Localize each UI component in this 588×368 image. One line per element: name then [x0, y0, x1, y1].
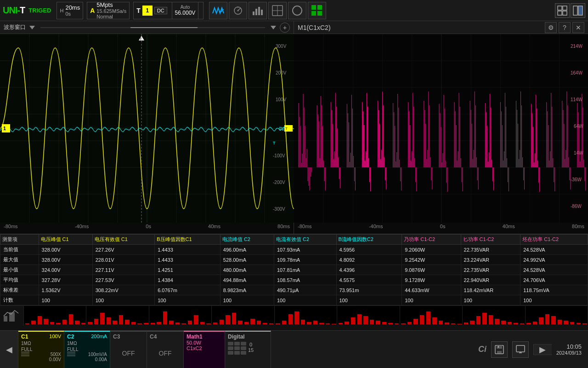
meas-cell-5-3: 100: [220, 295, 274, 305]
time-display: 10:05: [556, 343, 582, 350]
channel-math1-block[interactable]: Math1 50.0W C1xC2: [184, 331, 225, 368]
svg-rect-272: [228, 342, 233, 345]
layout-btn-2[interactable]: [571, 3, 585, 18]
hist-bar-2-7: [194, 315, 198, 324]
fft-icon-btn[interactable]: [249, 2, 267, 19]
hist-bar-0-2: [38, 316, 42, 324]
hist-icon-cell: [0, 306, 24, 326]
cursor-icon-btn[interactable]: [268, 2, 287, 19]
hist-bar-8-5: [558, 320, 562, 324]
hist-bar-1-0: [88, 322, 92, 324]
hist-bar-5-4: [363, 316, 368, 324]
hist-bar-6-6: [439, 321, 443, 324]
meas-cell-1-2: 1.4433: [155, 255, 220, 265]
hist-bar-4-8: [326, 323, 330, 324]
svg-rect-7: [253, 12, 254, 15]
next-nav-btn[interactable]: ▶: [533, 344, 552, 355]
a-label: A: [90, 7, 95, 14]
hist-bar-6-5: [432, 317, 436, 324]
meas-cell-3-8: 24.706VA: [520, 275, 588, 285]
horizontal-group[interactable]: H 20ms 0s: [57, 2, 83, 19]
svg-rect-285: [516, 345, 525, 352]
layout-buttons[interactable]: [555, 3, 585, 18]
hist-bar-2-6: [188, 321, 192, 324]
meas-cell-3-0: 327.28V: [39, 275, 92, 285]
meas-col-header-6: B流峰值因数C2: [336, 235, 402, 245]
hist-bar-3-4: [238, 321, 242, 324]
meas-cell-2-8: 24.528VA: [520, 265, 588, 275]
c2-coupling-icon: [67, 352, 75, 362]
channel-digital-block[interactable]: Digital 0 15: [225, 331, 271, 368]
math-time-2: 0s: [440, 224, 446, 232]
meas-cell-2-6: 9.0876W: [402, 265, 461, 275]
svg-rect-9: [258, 7, 260, 15]
meas-row-4: 标准差1.5362V308.22mV6.0767m8.9823mA490.71μ…: [0, 285, 588, 295]
save-icon-btn[interactable]: [491, 341, 508, 358]
math-title: M1(C1xC2): [298, 24, 331, 31]
svg-text:-100V: -100V: [273, 153, 285, 158]
meas-cell-0-2: 1.4433: [155, 245, 220, 255]
monitor-icon-btn[interactable]: [512, 341, 529, 358]
coupling-badge: DC: [154, 7, 167, 14]
hist-bar-8-9: [582, 323, 587, 324]
svg-rect-16: [563, 6, 567, 10]
hist-bar-2-2: [163, 311, 167, 324]
svg-rect-17: [558, 11, 562, 15]
meas-cell-2-1: 227.11V: [92, 265, 155, 275]
meas-row-3: 平均值327.28V227.53V1.4384494.88mA108.57mA4…: [0, 275, 588, 285]
meas-cell-2-0: 324.00V: [39, 265, 92, 275]
hist-bar-3-0: [213, 322, 217, 324]
brand-t: T: [20, 5, 25, 15]
hist-bar-8-1: [533, 322, 537, 324]
math-close-btn[interactable]: ✕: [572, 22, 584, 33]
measurements-section: 测量项 电压峰值 C1 电压有效值 C1 B压峰值因数C1 电流峰值 C2 电流…: [0, 234, 588, 330]
channel-c4-block[interactable]: C4 OFF: [147, 331, 184, 368]
meas-cell-3-2: 1.4384: [155, 275, 220, 285]
trigger-group[interactable]: T 1 DC Auto 56.000V: [133, 2, 204, 19]
hist-bar-8-7: [570, 322, 574, 324]
hist-bar-0-4: [50, 322, 54, 324]
svg-text:0V: 0V: [279, 126, 285, 132]
hist-bar-2-9: [206, 323, 210, 324]
channel-c3-block[interactable]: C3 OFF: [110, 331, 147, 368]
channel-c2-block[interactable]: C2 200mA 1MΩ FULL 100mV/A 0.00A: [64, 331, 110, 368]
c2-probe: 100mV/A: [88, 352, 107, 357]
histogram-row: [0, 305, 588, 326]
hist-bar-3-7: [257, 321, 261, 324]
waveform-panel-header: 波形窗口 +: [0, 21, 294, 34]
svg-text:T: T: [285, 126, 288, 131]
hist-bar-4-5: [307, 322, 311, 324]
hist-bar-5-3: [357, 314, 362, 324]
hist-bar-3-6: [250, 319, 254, 324]
prev-nav-btn[interactable]: ◀: [0, 331, 18, 368]
hist-bar-6-2: [413, 319, 418, 324]
hist-bar-0-5: [56, 323, 60, 324]
svg-point-14: [293, 6, 302, 15]
measure-icon-btn[interactable]: [229, 2, 247, 19]
math-settings-btn[interactable]: ⚙: [545, 22, 557, 33]
brand-logo: UNI-T: [3, 5, 25, 16]
math-grid-svg: 214W 164W 114W 64W 14W -36W -86W: [294, 34, 588, 223]
time-label-1: -40ms: [75, 224, 89, 232]
hist-bar-0-7: [69, 314, 73, 324]
layout-btn-1[interactable]: [555, 3, 570, 18]
hist-cell-0: [24, 306, 86, 324]
histogram-cells: [24, 306, 588, 326]
acquisition-group[interactable]: A 5Mpts 15.625MSa/s Normal: [87, 2, 130, 19]
svg-rect-10: [261, 10, 263, 15]
meas-cell-1-5: 4.8092: [336, 255, 402, 265]
c1-offset: 0.00V: [49, 357, 61, 362]
hist-bar-8-6: [564, 321, 568, 324]
meas-cell-0-8: 24.528VA: [520, 245, 588, 255]
waveform-icon-btn[interactable]: [209, 2, 227, 19]
toolbar-icons: [209, 2, 326, 19]
top-bar: UNI-T TRIGED H 20ms 0s A 5Mpts 15.625MSa…: [0, 0, 588, 21]
channel-c1-block[interactable]: C1 100V 1MΩ FULL 500X 0.00V: [18, 331, 64, 368]
math-help-btn[interactable]: ?: [559, 22, 571, 33]
circle-icon-btn[interactable]: [288, 2, 306, 19]
zoom-icon[interactable]: +: [280, 23, 290, 33]
grid-icon-btn[interactable]: [308, 2, 326, 19]
meas-cell-2-5: 4.4396: [336, 265, 402, 275]
hist-bar-1-3: [107, 317, 111, 324]
hist-bar-7-6: [501, 321, 505, 324]
